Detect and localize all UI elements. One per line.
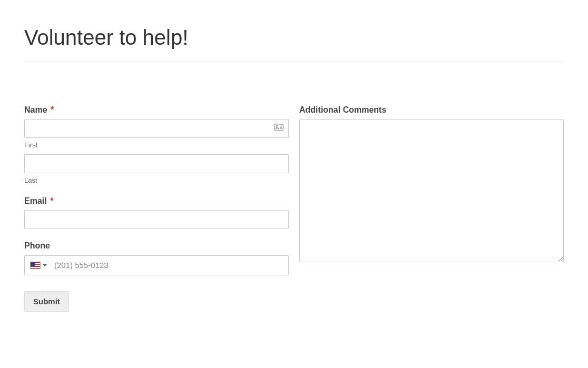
name-required-mark: * <box>51 105 54 114</box>
phone-label-text: Phone <box>24 241 50 250</box>
name-label: Name * <box>24 105 289 115</box>
phone-input-row <box>24 255 289 275</box>
name-label-text: Name <box>24 105 47 114</box>
email-label-text: Email <box>24 196 47 205</box>
phone-country-selector[interactable] <box>25 256 51 275</box>
submit-button[interactable]: Submit <box>24 291 69 312</box>
email-required-mark: * <box>50 196 53 205</box>
form-right-column: Additional Comments <box>299 105 564 312</box>
chevron-down-icon <box>43 264 47 266</box>
comments-textarea[interactable] <box>299 119 564 262</box>
first-name-subfield: First <box>24 119 289 149</box>
email-label: Email * <box>24 196 289 206</box>
email-field-group: Email * <box>24 196 289 229</box>
phone-label: Phone <box>24 241 289 251</box>
first-name-sublabel: First <box>24 141 289 149</box>
title-divider <box>24 61 564 62</box>
volunteer-form: Name * <box>24 105 564 312</box>
name-field-group: Name * <box>24 105 289 184</box>
us-flag-icon <box>30 262 41 269</box>
comments-field-group: Additional Comments <box>299 105 564 264</box>
last-name-input[interactable] <box>24 154 289 173</box>
form-left-column: Name * <box>24 105 289 312</box>
comments-label-text: Additional Comments <box>299 105 386 114</box>
page-title: Volunteer to help! <box>24 25 564 49</box>
last-name-subfield: Last <box>24 154 289 184</box>
phone-input[interactable] <box>51 256 288 275</box>
email-input[interactable] <box>24 210 289 229</box>
phone-field-group: Phone <box>24 241 289 275</box>
comments-label: Additional Comments <box>299 105 564 115</box>
first-name-input[interactable] <box>24 119 289 138</box>
last-name-sublabel: Last <box>24 176 289 184</box>
